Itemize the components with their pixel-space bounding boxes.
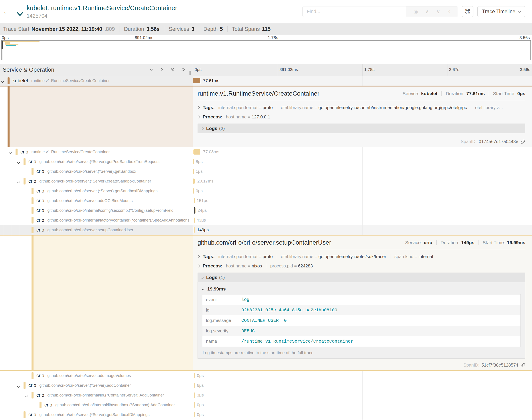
collapse-one-icon[interactable]	[149, 67, 154, 72]
span-row[interactable]: crio github.com/cri-o/cri-o/server.(*Ser…	[0, 157, 532, 166]
locate-icon[interactable]: ◎	[414, 9, 418, 15]
next-match-icon[interactable]: ∨	[436, 9, 440, 15]
copy-link-icon[interactable]	[520, 139, 525, 144]
span-row[interactable]: crio github.com/cri-o/cri-o/server.(*Ser…	[0, 176, 532, 186]
span-row[interactable]: crio github.com/cri-o/cri-o/server.setup…	[0, 225, 532, 235]
span-timeline-cell[interactable]: 24μs	[193, 206, 532, 215]
expander-icon[interactable]	[25, 394, 29, 397]
span-duration-label: 77.08ms	[203, 150, 219, 154]
column-resizer[interactable]	[189, 71, 192, 75]
tags-accordion[interactable]: Tags: internal.span.format = protootel.l…	[198, 105, 525, 110]
span-row[interactable]: crio github.com/cri-o/cri-o/server.(*Ser…	[0, 410, 532, 420]
log-entry-header[interactable]: 19.99ms	[202, 284, 521, 294]
trace-stat: Services 3	[169, 26, 194, 32]
span-operation-name: github.com/cri-o/cri-o/server.addImageVo…	[47, 374, 131, 378]
span-duration-label: 77.61ms	[203, 78, 219, 83]
trace-title-link[interactable]: kubelet: runtime.v1.RuntimeService/Creat…	[27, 4, 177, 12]
span-timeline-cell[interactable]: 8μs	[193, 157, 532, 166]
indent-guide	[11, 215, 11, 225]
span-row[interactable]: crio github.com/cri-o/cri-o/internal/lib…	[0, 390, 532, 400]
tags-accordion[interactable]: Tags: internal.span.format = protootel.l…	[198, 254, 525, 259]
prev-match-icon[interactable]: ∧	[425, 9, 429, 15]
span-timeline-cell[interactable]: 0μs	[193, 186, 532, 196]
span-row[interactable]: kubelet runtime.v1.RuntimeService/Create…	[0, 76, 532, 86]
log-field-value: 92b82381-025c-4a64-815c-ba2e1bb08100	[238, 305, 521, 315]
logs-accordion[interactable]: Logs (1)	[198, 272, 525, 282]
collapse-header-icon[interactable]	[16, 12, 24, 17]
span-row[interactable]: crio github.com/cri-o/cri-o/server.(*Ser…	[0, 380, 532, 390]
find-input[interactable]	[303, 6, 406, 17]
span-timeline-cell[interactable]: 77.61ms	[193, 76, 532, 86]
collapse-all-icon[interactable]	[170, 67, 175, 72]
process-accordion[interactable]: Process: host.name = 127.0.0.1	[198, 114, 525, 120]
span-timeline-cell[interactable]: 151μs	[193, 196, 532, 206]
trace-timeline-minimap[interactable]	[1, 40, 531, 60]
span-row[interactable]: crio github.com/cri-o/cri-o/internal/con…	[0, 206, 532, 215]
logs-accordion[interactable]: Logs (2)	[198, 123, 525, 133]
expand-one-icon[interactable]	[159, 67, 165, 72]
span-timeline-cell[interactable]: 20.17ms	[193, 176, 532, 186]
span-timeline-cell[interactable]: 43μs	[193, 215, 532, 225]
span-timeline-cell[interactable]: 0μs	[193, 410, 532, 420]
span-timeline-cell[interactable]: 6μs	[193, 380, 532, 390]
trace-stat: Trace Start November 15 2022, 11:19:40.8…	[3, 26, 115, 32]
expand-all-icon[interactable]	[181, 67, 186, 72]
self-time-tick	[194, 227, 194, 233]
keyboard-shortcuts-button[interactable]: ⌘	[462, 6, 473, 17]
logs-label: Logs	[206, 275, 217, 280]
span-timeline-cell[interactable]: 3μs	[193, 390, 532, 400]
span-row[interactable]: crio github.com/cri-o/cri-o/server.addIm…	[0, 371, 532, 380]
span-timeline-cell[interactable]: 1μs	[193, 166, 532, 176]
back-button[interactable]: ←	[0, 0, 13, 23]
stat-label: Depth	[203, 26, 218, 32]
span-service-name: crio	[36, 208, 44, 213]
ruler-gridline	[362, 64, 363, 76]
indent-guide	[11, 380, 11, 390]
stat-separator	[227, 26, 228, 32]
kv-separator	[266, 263, 266, 268]
span-color-bar	[31, 217, 33, 224]
span-detail-meta: Service:kubelet Duration:77.61ms Start T…	[403, 91, 525, 96]
span-detail-title: github.com/cri-o/cri-o/server.setupConta…	[198, 239, 331, 246]
span-row[interactable]: crio github.com/cri-o/cri-o/internal/lib…	[0, 400, 532, 410]
log-field-key: event	[203, 295, 238, 305]
span-row[interactable]: crio github.com/cri-o/cri-o/server.(*Ser…	[0, 186, 532, 196]
span-row[interactable]: crio github.com/cri-o/cri-o/internal/fac…	[0, 215, 532, 225]
expander-icon[interactable]	[17, 384, 21, 388]
detail-divider	[198, 101, 525, 101]
stat-label: Duration	[124, 26, 144, 32]
expander-icon[interactable]	[17, 160, 21, 164]
log-fields-table: eventlogid92b82381-025c-4a64-815c-ba2e1b…	[202, 294, 521, 347]
log-field-value: log	[238, 295, 521, 305]
view-selector-button[interactable]: Trace Timeline	[477, 6, 525, 17]
log-timestamps-note: Log timestamps are relative to the start…	[202, 347, 521, 355]
minimap-span-mark	[2, 49, 2, 60]
span-name-cell: crio github.com/cri-o/cri-o/server.addOC…	[0, 196, 193, 206]
log-field-value: /runtime.v1.RuntimeService/CreateContain…	[238, 336, 521, 347]
span-row[interactable]: crio github.com/cri-o/cri-o/server.addOC…	[0, 196, 532, 206]
span-timeline-cell[interactable]: 0μs	[193, 400, 532, 410]
span-row[interactable]: crio runtime.v1.RuntimeService/CreateCon…	[0, 147, 532, 157]
self-time-tick	[193, 149, 193, 155]
span-id-value: 0174567d17a0448e	[479, 139, 518, 144]
self-time-tick	[195, 178, 195, 184]
expander-icon[interactable]	[1, 79, 5, 83]
span-name-cell: crio github.com/cri-o/cri-o/internal/lib…	[0, 400, 193, 410]
expander-icon[interactable]	[17, 180, 21, 183]
span-timeline-cell[interactable]: 0μs	[193, 371, 532, 380]
span-detail-gutter-fill	[33, 236, 193, 370]
span-timeline-cell[interactable]: 149μs	[193, 225, 532, 235]
span-duration-bar	[193, 169, 194, 174]
back-arrow-icon: ←	[3, 7, 11, 16]
service-label: Service:	[405, 240, 422, 245]
clear-search-icon[interactable]: ×	[447, 9, 450, 15]
span-timeline-cell[interactable]: 77.08ms	[193, 147, 532, 157]
expander-icon[interactable]	[9, 150, 13, 154]
copy-link-icon[interactable]	[520, 363, 525, 368]
process-accordion[interactable]: Process: host.name = nixosprocess.pid = …	[198, 263, 525, 269]
kv-item: otel.library.v…	[475, 105, 503, 110]
span-id-label: SpanID:	[461, 139, 477, 144]
indent-guide	[3, 196, 3, 206]
kv-item: internal.span.format = proto	[218, 105, 273, 110]
span-row[interactable]: crio github.com/cri-o/cri-o/server.(*Ser…	[0, 166, 532, 176]
